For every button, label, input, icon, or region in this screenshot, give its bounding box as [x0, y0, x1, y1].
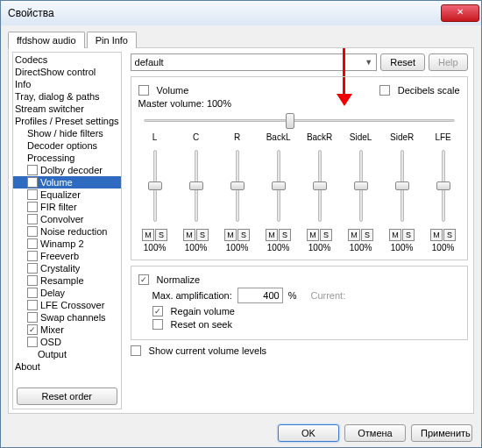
- mute-button[interactable]: M: [183, 229, 195, 241]
- tree-item[interactable]: Dolby decoder: [13, 164, 121, 176]
- tree-checkbox[interactable]: [27, 165, 38, 175]
- apply-button[interactable]: Применить: [411, 424, 472, 442]
- tree-item[interactable]: Delay: [13, 287, 121, 299]
- tree-item[interactable]: DirectShow control: [13, 66, 121, 78]
- channel-label: C: [193, 132, 199, 145]
- mute-button[interactable]: M: [142, 229, 154, 241]
- tree-item[interactable]: Show / hide filters: [13, 127, 121, 139]
- tree-item[interactable]: About: [13, 360, 121, 373]
- solo-button[interactable]: S: [196, 229, 209, 241]
- tree-item[interactable]: Resample: [13, 274, 121, 287]
- tree-label: Profiles / Preset settings: [15, 116, 119, 126]
- tree-checkbox[interactable]: [27, 300, 38, 310]
- tree-checkbox[interactable]: [27, 312, 38, 323]
- channel-pct: 100%: [391, 243, 414, 252]
- solo-button[interactable]: S: [155, 229, 167, 241]
- max-amp-input[interactable]: [237, 288, 283, 303]
- tree-checkbox[interactable]: ✓: [27, 324, 38, 335]
- channel-slider[interactable]: [436, 146, 451, 225]
- reset-button[interactable]: Reset: [380, 53, 425, 71]
- tree-checkbox[interactable]: [27, 238, 38, 249]
- solo-button[interactable]: S: [279, 229, 291, 241]
- channel-slider[interactable]: [353, 146, 369, 225]
- master-volume-slider[interactable]: [138, 111, 460, 129]
- tree-checkbox[interactable]: [27, 275, 38, 286]
- tree-item[interactable]: FIR filter: [13, 201, 121, 213]
- tree-checkbox[interactable]: [27, 202, 38, 212]
- tree-item[interactable]: Swap channels: [13, 311, 121, 324]
- settings-tree[interactable]: CodecsDirectShow controlInfoTray, dialog…: [13, 53, 121, 384]
- tree-checkbox[interactable]: [27, 189, 38, 200]
- normalize-checkbox[interactable]: ✓: [138, 274, 149, 285]
- tree-label: Tray, dialog & paths: [15, 91, 100, 102]
- normalize-group: ✓ Normalize Max. amplification: % Curren…: [131, 266, 468, 340]
- tree-item[interactable]: Crystality: [13, 262, 121, 274]
- tree-item[interactable]: Codecs: [13, 53, 121, 66]
- channel-slider[interactable]: [188, 146, 204, 225]
- tab-pin-info[interactable]: Pin Info: [87, 32, 137, 48]
- reset-seek-checkbox[interactable]: [152, 319, 163, 330]
- tree-item[interactable]: Equalizer: [13, 188, 121, 201]
- tree-checkbox[interactable]: [27, 214, 38, 224]
- ok-button[interactable]: OK: [278, 424, 339, 442]
- tree-item[interactable]: Decoder options: [13, 139, 121, 152]
- regain-checkbox[interactable]: ✓: [152, 306, 163, 316]
- tree-checkbox[interactable]: [27, 177, 38, 188]
- tree-item[interactable]: Processing: [13, 152, 121, 164]
- solo-button[interactable]: S: [402, 229, 415, 241]
- decibels-label: Decibels scale: [398, 85, 460, 96]
- tree-item[interactable]: Freeverb: [13, 250, 121, 262]
- tree-checkbox[interactable]: [27, 251, 38, 261]
- channel-slider[interactable]: [147, 146, 163, 225]
- preset-combo[interactable]: default ▼: [131, 53, 378, 71]
- channel-pct: 100%: [144, 243, 167, 252]
- tree-checkbox[interactable]: [27, 263, 38, 274]
- decibels-checkbox[interactable]: [379, 85, 390, 96]
- channel-slider[interactable]: [394, 146, 410, 225]
- channel-slider[interactable]: [271, 146, 287, 225]
- solo-button[interactable]: S: [443, 229, 456, 241]
- channel-label: LFE: [435, 132, 450, 145]
- mute-button[interactable]: M: [348, 229, 360, 241]
- volume-checkbox[interactable]: [138, 85, 149, 96]
- tree-item[interactable]: Stream switcher: [13, 103, 121, 115]
- tree-checkbox[interactable]: [27, 288, 38, 298]
- tab-ffdshow-audio[interactable]: ffdshow audio: [8, 32, 85, 48]
- tree-label: Noise reduction: [40, 226, 107, 237]
- mute-button[interactable]: M: [224, 229, 237, 241]
- help-button[interactable]: Help: [429, 53, 468, 71]
- solo-button[interactable]: S: [361, 229, 373, 241]
- tree-label: Convolver: [40, 214, 84, 224]
- channel-slider[interactable]: [312, 146, 328, 225]
- channel-slider[interactable]: [230, 146, 245, 225]
- tree-item[interactable]: LFE Crossover: [13, 299, 121, 311]
- mute-button[interactable]: M: [389, 229, 401, 241]
- tree-checkbox[interactable]: [27, 337, 38, 347]
- current-label: Current:: [310, 290, 345, 301]
- tree-label: Volume: [40, 177, 73, 188]
- tree-item[interactable]: Noise reduction: [13, 225, 121, 238]
- tree-item[interactable]: Convolver: [13, 213, 121, 225]
- reset-order-button[interactable]: Reset order: [17, 388, 117, 405]
- tree-label: Crystality: [40, 263, 80, 274]
- tree-item[interactable]: Tray, dialog & paths: [13, 90, 121, 103]
- tree-item[interactable]: OSD: [13, 336, 121, 348]
- tree-label: DirectShow control: [15, 67, 96, 77]
- channel-pct: 100%: [185, 243, 208, 252]
- tree-item[interactable]: Profiles / Preset settings: [13, 115, 121, 127]
- tree-item[interactable]: Info: [13, 78, 121, 90]
- tree-item[interactable]: Volume: [13, 176, 121, 188]
- mute-button[interactable]: M: [266, 229, 278, 241]
- close-button[interactable]: ✕: [441, 4, 479, 22]
- solo-button[interactable]: S: [237, 229, 250, 241]
- tree-item[interactable]: Output: [13, 348, 121, 360]
- tree-item[interactable]: ✓Mixer: [13, 324, 121, 336]
- mute-button[interactable]: M: [430, 229, 443, 241]
- tree-checkbox[interactable]: [27, 226, 38, 237]
- tree-item[interactable]: Winamp 2: [13, 238, 121, 250]
- cancel-button[interactable]: Отмена: [344, 424, 406, 442]
- solo-button[interactable]: S: [320, 229, 332, 241]
- tree-label: About: [15, 361, 40, 372]
- show-levels-checkbox[interactable]: [131, 345, 141, 356]
- mute-button[interactable]: M: [307, 229, 319, 241]
